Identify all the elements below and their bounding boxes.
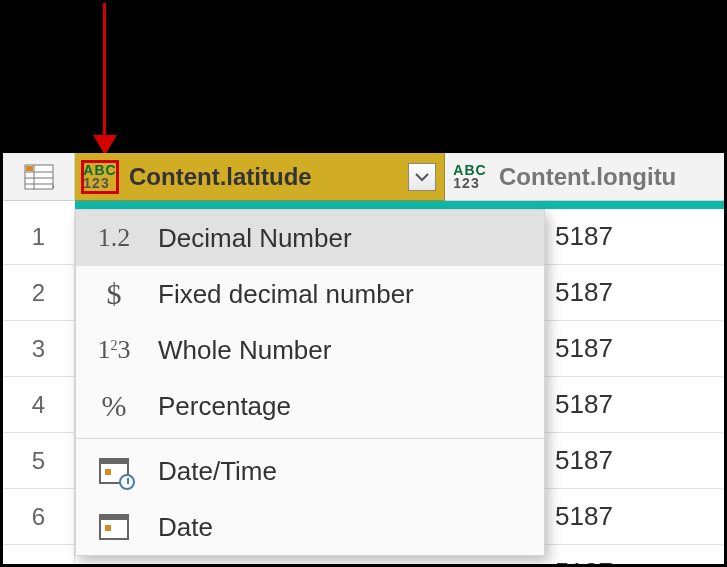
type-icon-abc123[interactable]: ABC123	[451, 160, 489, 194]
row-number[interactable]: 1	[3, 209, 75, 265]
annotation-arrow	[103, 3, 106, 153]
rows-area: 1 5187 2 5187 3 5187 4 5187 5 5187 6 518…	[3, 209, 724, 567]
table-icon	[24, 164, 54, 190]
type-option-decimal-number[interactable]: 1.2 Decimal Number	[76, 210, 544, 266]
percent-icon: %	[94, 388, 134, 424]
menu-item-label: Whole Number	[158, 335, 331, 366]
type-option-date[interactable]: Date	[76, 499, 544, 555]
menu-separator	[76, 438, 544, 439]
column-header-latitude[interactable]: ABC123 Content.latitude	[75, 153, 445, 201]
row-number[interactable]: 4	[3, 377, 75, 433]
menu-item-label: Date/Time	[158, 456, 277, 487]
data-grid: ABC123 Content.latitude ABC123 Content.l…	[3, 153, 724, 564]
menu-item-label: Date	[158, 512, 213, 543]
column-label: Content.latitude	[129, 163, 398, 191]
column-header-row: ABC123 Content.latitude ABC123 Content.l…	[3, 153, 724, 201]
whole-number-icon: 123	[94, 332, 134, 368]
annotation-backdrop	[3, 3, 724, 153]
column-quality-bar	[75, 201, 724, 209]
type-option-whole-number[interactable]: 123 Whole Number	[76, 322, 544, 378]
menu-item-label: Fixed decimal number	[158, 279, 414, 310]
menu-item-label: Percentage	[158, 391, 291, 422]
type-icon-abc123[interactable]: ABC123	[81, 160, 119, 194]
row-number[interactable]: 6	[3, 489, 75, 545]
menu-item-label: Decimal Number	[158, 223, 352, 254]
chevron-down-icon	[415, 172, 429, 182]
column-header-longitude[interactable]: ABC123 Content.longitu	[445, 153, 724, 201]
currency-icon: $	[94, 276, 134, 312]
row-number[interactable]: 7	[3, 545, 75, 567]
column-filter-button[interactable]	[408, 163, 436, 191]
row-number[interactable]: 2	[3, 265, 75, 321]
datetime-icon	[94, 453, 134, 489]
row-number[interactable]: 3	[3, 321, 75, 377]
date-icon	[94, 509, 134, 545]
type-option-fixed-decimal[interactable]: $ Fixed decimal number	[76, 266, 544, 322]
decimal-icon: 1.2	[94, 220, 134, 256]
data-type-menu: 1.2 Decimal Number $ Fixed decimal numbe…	[75, 209, 545, 556]
svg-rect-5	[26, 166, 33, 171]
select-all-corner[interactable]	[3, 153, 75, 201]
row-number[interactable]: 5	[3, 433, 75, 489]
column-label: Content.longitu	[499, 163, 716, 191]
type-option-datetime[interactable]: Date/Time	[76, 443, 544, 499]
type-option-percentage[interactable]: % Percentage	[76, 378, 544, 434]
